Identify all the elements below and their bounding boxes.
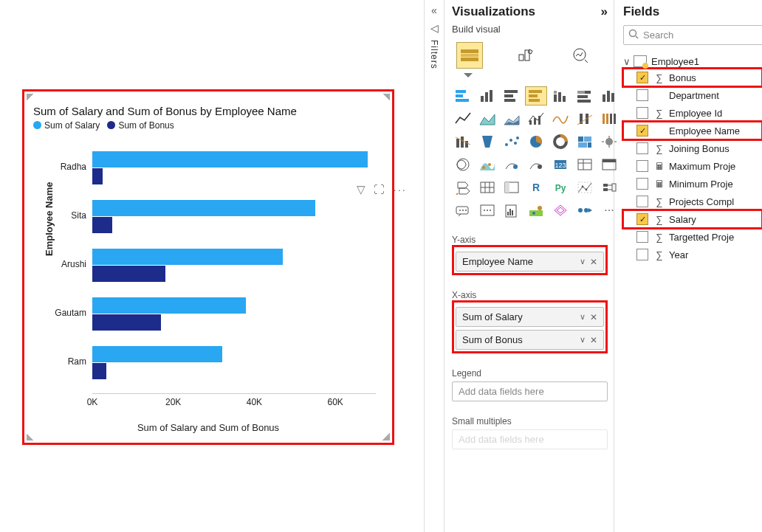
viz-type-button[interactable] — [525, 109, 547, 128]
field-checkbox[interactable] — [636, 142, 648, 154]
visual-more-options-icon[interactable]: ··· — [393, 183, 407, 196]
resize-handle-bl[interactable] — [27, 433, 34, 441]
build-visual-tab[interactable] — [456, 42, 483, 69]
field-label: Maximum Proje — [669, 161, 735, 172]
remove-field-icon[interactable]: ✕ — [590, 257, 597, 267]
viz-type-button[interactable] — [476, 178, 498, 197]
viz-type-button[interactable] — [525, 155, 547, 174]
viz-type-button[interactable] — [501, 201, 523, 220]
x-axis-field-well-salary[interactable]: Sum of Salary ∨ ✕ — [456, 307, 604, 327]
field-item[interactable]: ✓∑Salary — [623, 210, 762, 228]
viz-type-button[interactable] — [574, 155, 596, 174]
x-axis-field-well-bonus[interactable]: Sum of Bonus ∨ ✕ — [456, 330, 604, 350]
bar-salary[interactable] — [92, 297, 246, 314]
field-item[interactable]: ∑Projects Compl — [623, 193, 762, 210]
svg-point-57 — [538, 165, 542, 169]
viz-type-button[interactable] — [574, 178, 596, 197]
viz-type-button[interactable] — [452, 178, 474, 197]
field-item[interactable]: ∑Joining Bonus — [623, 139, 762, 157]
chevron-down-icon[interactable]: ∨ — [580, 335, 586, 345]
field-checkbox[interactable] — [636, 231, 648, 243]
svg-rect-76 — [603, 184, 608, 187]
svg-rect-32 — [538, 116, 540, 125]
chevron-down-icon[interactable]: ∨ — [580, 257, 586, 266]
viz-type-button[interactable] — [452, 109, 474, 128]
viz-type-button[interactable] — [452, 132, 474, 151]
field-checkbox[interactable]: ✓ — [636, 125, 648, 137]
remove-field-icon[interactable]: ✕ — [590, 335, 597, 345]
fields-search-input[interactable]: Search — [623, 25, 762, 45]
format-visual-tab[interactable] — [512, 42, 538, 67]
viz-type-button[interactable] — [501, 132, 523, 151]
viz-type-button[interactable] — [574, 201, 596, 220]
viz-type-button[interactable] — [501, 109, 523, 128]
expand-filters-icon[interactable]: « — [431, 4, 437, 16]
viz-type-button[interactable] — [501, 178, 523, 197]
field-item[interactable]: ✓∑Bonus — [623, 69, 762, 86]
field-item[interactable]: ∑Year — [623, 246, 762, 263]
viz-type-button[interactable] — [501, 86, 523, 106]
field-checkbox[interactable] — [636, 249, 648, 260]
field-checkbox[interactable] — [636, 196, 648, 207]
viz-type-button[interactable]: R — [525, 178, 547, 197]
viz-type-button[interactable] — [525, 132, 547, 151]
bar-salary[interactable] — [92, 249, 283, 265]
viz-type-button[interactable] — [501, 155, 523, 174]
viz-type-button[interactable] — [476, 155, 498, 174]
small-multiples-field-well[interactable]: Add data fields here — [452, 429, 608, 449]
field-item[interactable]: ✓Employee Name — [623, 122, 762, 139]
resize-handle-tr[interactable] — [382, 94, 390, 101]
viz-type-button[interactable] — [549, 109, 572, 128]
viz-type-button[interactable] — [476, 132, 498, 151]
bar-bonus[interactable] — [92, 314, 161, 331]
analytics-tab[interactable] — [567, 42, 592, 67]
bar-salary[interactable] — [92, 151, 368, 167]
field-item[interactable]: ∑Employee Id — [623, 104, 762, 122]
bar-salary[interactable] — [92, 346, 222, 362]
field-item[interactable]: ∑Targetted Proje — [623, 228, 762, 246]
chevron-down-icon[interactable]: ∨ — [580, 312, 586, 322]
field-checkbox[interactable] — [636, 178, 648, 190]
filters-pane-label: Filters — [429, 40, 439, 69]
remove-field-icon[interactable]: ✕ — [590, 312, 597, 322]
resize-handle-tl[interactable] — [27, 94, 34, 101]
viz-type-button[interactable] — [452, 201, 474, 220]
bar-salary[interactable] — [92, 200, 315, 216]
collapse-visualizations-icon[interactable]: » — [601, 4, 608, 19]
field-checkbox[interactable]: ✓ — [636, 213, 648, 225]
x-axis-tick: 60K — [327, 397, 343, 407]
bar-bonus[interactable] — [92, 266, 165, 282]
viz-type-button[interactable] — [525, 201, 547, 220]
field-item[interactable]: 🖩Maximum Proje — [623, 157, 762, 175]
viz-type-button[interactable] — [574, 132, 596, 151]
bar-bonus[interactable] — [92, 363, 106, 379]
legend-field-well[interactable]: Add data fields here — [452, 381, 608, 401]
field-item[interactable]: 🖩Minimum Proje — [623, 175, 762, 193]
bar-bonus[interactable] — [92, 217, 112, 233]
field-checkbox[interactable] — [636, 89, 648, 101]
field-checkbox[interactable]: ✓ — [636, 72, 648, 83]
viz-type-button[interactable]: 123 — [549, 155, 572, 174]
viz-type-button[interactable] — [574, 109, 596, 128]
y-axis-field-well[interactable]: Employee Name ∨ ✕ — [456, 252, 604, 272]
viz-type-button[interactable]: Py — [549, 178, 572, 197]
filters-pane-collapsed[interactable]: « ◁ Filters — [424, 0, 444, 532]
viz-type-button[interactable] — [525, 86, 547, 106]
table-header[interactable]: ∨ Employee1 — [623, 54, 762, 69]
viz-type-button[interactable] — [476, 109, 498, 128]
viz-type-button[interactable] — [452, 86, 474, 106]
viz-type-button[interactable] — [549, 132, 572, 151]
field-checkbox[interactable] — [636, 107, 648, 119]
viz-type-button[interactable] — [549, 201, 572, 220]
field-checkbox[interactable] — [636, 160, 648, 172]
viz-type-button[interactable] — [476, 201, 498, 220]
field-item[interactable]: Department — [623, 86, 762, 104]
viz-type-button[interactable] — [476, 86, 498, 106]
viz-type-button[interactable] — [574, 86, 596, 106]
viz-type-button[interactable] — [549, 86, 572, 106]
svg-text:R: R — [532, 182, 540, 193]
viz-type-button[interactable] — [452, 155, 474, 174]
resize-handle-br[interactable] — [382, 433, 390, 441]
report-canvas-visual[interactable]: ▽ ⛶ ··· Sum of Salary and Sum of Bonus b… — [22, 89, 394, 445]
bar-bonus[interactable] — [92, 168, 103, 184]
